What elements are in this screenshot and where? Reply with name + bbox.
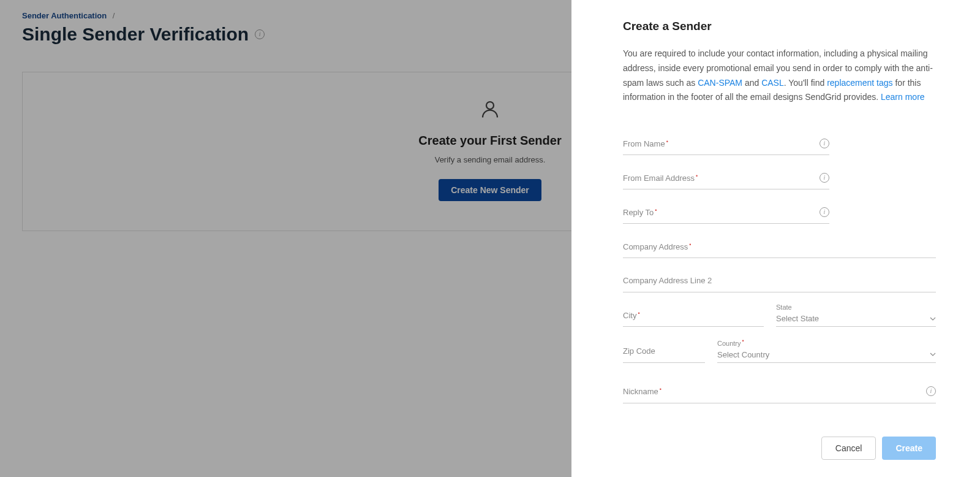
panel-footer: Cancel Create	[623, 418, 936, 460]
country-placeholder: Select Country	[717, 350, 769, 359]
form-body: From Name• i From Email Address• i Reply…	[623, 132, 936, 418]
create-sender-panel: Create a Sender You are required to incl…	[571, 0, 980, 477]
reply-to-field[interactable]: Reply To• i	[623, 200, 829, 224]
link-casl[interactable]: CASL	[761, 78, 784, 88]
info-icon[interactable]: i	[926, 386, 936, 396]
city-field[interactable]: City•	[623, 303, 764, 327]
info-icon[interactable]: i	[820, 173, 829, 183]
from-email-field[interactable]: From Email Address• i	[623, 166, 829, 189]
panel-description: You are required to include your contact…	[623, 47, 936, 105]
link-learn-more[interactable]: Learn more	[881, 92, 925, 102]
cancel-button[interactable]: Cancel	[821, 437, 876, 460]
reply-to-label: Reply To•	[623, 207, 820, 217]
chevron-down-icon	[930, 351, 936, 357]
state-placeholder: Select State	[776, 314, 819, 323]
state-label: State	[776, 303, 936, 311]
zip-code-field[interactable]: Zip Code	[623, 340, 705, 363]
zip-code-label: Zip Code	[623, 346, 705, 356]
state-select[interactable]: Select State	[776, 311, 936, 327]
chevron-down-icon	[930, 316, 936, 322]
country-select[interactable]: Select Country	[717, 347, 936, 363]
company-address-label: Company Address•	[623, 242, 936, 251]
info-icon[interactable]: i	[820, 207, 829, 217]
from-name-label: From Name•	[623, 139, 820, 148]
nickname-label: Nickname•	[623, 386, 926, 396]
desc-text: and	[742, 78, 761, 88]
nickname-field[interactable]: Nickname• i	[623, 380, 936, 403]
company-address-2-label: Company Address Line 2	[623, 276, 936, 285]
link-can-spam[interactable]: CAN-SPAM	[698, 78, 742, 88]
company-address-2-field[interactable]: Company Address Line 2	[623, 269, 936, 292]
desc-text: . You'll find	[784, 78, 827, 88]
modal-overlay[interactable]	[0, 0, 571, 477]
panel-title: Create a Sender	[623, 20, 936, 33]
from-name-field[interactable]: From Name• i	[623, 132, 829, 155]
info-icon[interactable]: i	[820, 139, 829, 148]
company-address-field[interactable]: Company Address•	[623, 235, 936, 258]
link-replacement-tags[interactable]: replacement tags	[827, 78, 892, 88]
create-button[interactable]: Create	[882, 437, 936, 460]
country-label: Country•	[717, 338, 936, 347]
city-label: City•	[623, 310, 764, 320]
from-email-label: From Email Address•	[623, 173, 820, 183]
